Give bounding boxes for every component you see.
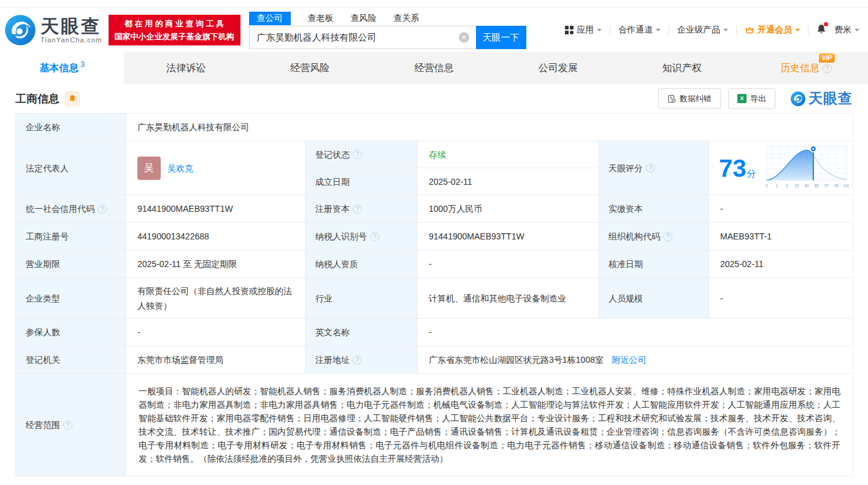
tab-business-info[interactable]: 经营信息 (372, 52, 496, 84)
nav-vip-membership[interactable]: 开通会员 (745, 25, 800, 36)
search-tab-risk[interactable]: 查风险 (351, 13, 377, 24)
notification-dot (824, 22, 828, 26)
reg-status-value: 存续 (418, 141, 599, 168)
company-name-value: 广东昊勤机器人科技有限公司 (126, 114, 853, 141)
divider (736, 26, 737, 34)
org-code-value: MAEB93TT-1 (709, 223, 853, 250)
tab-company-development[interactable]: 公司发展 (496, 52, 620, 84)
insured-count-value: - (126, 319, 305, 346)
taxpayer-id-value: 91441900MAEB93TT1W (418, 223, 599, 250)
help-icon[interactable] (353, 150, 362, 159)
top-nav: 应用 合作通道 企业级产品 开通会员 (565, 24, 859, 36)
table-row: 企业名称 广东昊勤机器人科技有限公司 (16, 114, 853, 141)
reg-number-value: 441900013422688 (126, 223, 305, 250)
svg-text:15: 15 (794, 183, 799, 187)
help-icon[interactable] (353, 204, 362, 214)
section-header: 工商信息 数据纠错 导出 天眼查 (0, 84, 868, 113)
legal-rep-link[interactable]: 吴欢克 (167, 161, 193, 175)
business-scope-label: 经营范围 (16, 374, 126, 476)
help-icon[interactable] (823, 64, 832, 73)
credit-code-label: 统一社会信用代码 (16, 195, 126, 223)
table-row: 营业期限 2025-02-11 至 无固定期限 纳税人资质 - 核准日期 202… (16, 250, 853, 278)
legal-rep-label: 法定代表人 (16, 141, 126, 195)
search-tab-boss[interactable]: 查老板 (308, 13, 334, 24)
reg-capital-value: 1000万人民币 (418, 195, 599, 223)
data-correction-button[interactable]: 数据纠错 (658, 88, 721, 109)
search-input[interactable] (249, 26, 476, 49)
tab-count-badge: 3 (80, 60, 85, 69)
paid-capital-value: - (709, 195, 853, 223)
insured-count-label: 参保人数 (16, 319, 126, 346)
site-logo[interactable]: 天眼查 TianYanCha.com (4, 14, 102, 47)
tianyancha-logo-icon (790, 91, 806, 107)
nearby-companies-link[interactable]: 附近公司 (612, 355, 647, 365)
tab-history-info[interactable]: VIP 历史信息 (744, 52, 868, 84)
table-row: 法定代表人 吴 吴欢克 登记状态 存续 天眼评分 73分 (16, 141, 853, 168)
clear-icon[interactable] (459, 33, 469, 43)
search-button[interactable]: 天眼一下 (476, 26, 526, 49)
logo-subtitle: TianYanCha.com (40, 36, 102, 44)
company-type-label: 企业类型 (16, 278, 126, 319)
reg-status-label: 登记状态 (305, 141, 418, 168)
help-icon[interactable] (63, 421, 72, 430)
nav-notifications[interactable] (816, 24, 826, 36)
reg-address-label: 注册地址 (305, 346, 418, 374)
tab-intellectual-property[interactable]: 知识产权 (620, 52, 744, 84)
business-info-table: 企业名称 广东昊勤机器人科技有限公司 法定代表人 吴 吴欢克 登记状态 存续 天… (15, 113, 853, 476)
help-icon[interactable] (646, 163, 655, 173)
score-label: 天眼评分 (599, 141, 709, 195)
staff-size-label: 人员规模 (599, 278, 709, 319)
help-icon[interactable] (98, 204, 107, 214)
reg-number-label: 工商注册号 (16, 223, 126, 250)
nav-enterprise-products[interactable]: 企业级产品 (677, 25, 728, 36)
header: 天眼查 TianYanCha.com 都 在 用 的 商 业 查 询 工 具 国… (0, 7, 868, 52)
score-distribution-chart: 0 1 3 15 50 85 97 99 100 (764, 144, 849, 193)
search-area: 查公司 查老板 查风险 查关系 天眼一下 (249, 10, 526, 49)
avatar[interactable]: 吴 (137, 157, 161, 180)
svg-text:99: 99 (834, 183, 839, 187)
reg-address-value: 广东省东莞市松山湖园区状元路3号1栋1008室 附近公司 (418, 346, 853, 374)
est-date-label: 成立日期 (305, 168, 418, 195)
reg-authority-value: 东莞市市场监督管理局 (126, 346, 305, 374)
nav-apps[interactable]: 应用 (565, 25, 602, 36)
promo-line-1: 都 在 用 的 商 业 查 询 工 具 (115, 17, 234, 30)
table-row: 登记机关 东莞市市场监督管理局 注册地址 广东省东莞市松山湖园区状元路3号1栋1… (16, 346, 853, 374)
divider (669, 26, 669, 34)
top-divider (0, 0, 868, 7)
score-axis-ticks: 0 1 3 15 50 85 97 99 100 (766, 183, 849, 187)
svg-text:1: 1 (775, 183, 778, 187)
username: 费米 (834, 25, 851, 36)
section-title: 工商信息 (15, 91, 60, 106)
document-edit-icon (667, 95, 676, 103)
vip-badge: VIP (819, 53, 835, 63)
tab-legal-proceedings[interactable]: 法律诉讼 (124, 52, 248, 84)
company-tab-bar: 基本信息 3 法律诉讼 经营风险 经营信息 公司发展 知识产权 VIP 历史信息 (0, 52, 868, 84)
monitor-bell-button[interactable] (65, 91, 80, 106)
english-name-label: 英文名称 (305, 319, 418, 346)
export-button[interactable]: 导出 (728, 88, 775, 109)
tab-basic-info[interactable]: 基本信息 3 (0, 52, 124, 84)
org-code-label: 组织机构代码 (599, 223, 709, 250)
logo-title: 天眼查 (40, 17, 102, 36)
nav-user[interactable]: 费米 (834, 25, 859, 36)
help-icon[interactable] (370, 232, 379, 241)
divider (610, 26, 610, 34)
chevron-down-icon (656, 29, 661, 34)
tab-operating-risk[interactable]: 经营风险 (248, 52, 372, 84)
table-row: 经营范围 一般项目：智能机器人的研发；智能机器人销售；服务消费机器人制造；服务消… (16, 374, 853, 476)
promo-line-2: 国家中小企业发展子基金旗下机构 (115, 30, 234, 43)
taxpayer-qual-value: - (418, 250, 599, 278)
help-icon[interactable] (663, 232, 672, 241)
search-tab-company[interactable]: 查公司 (249, 12, 291, 25)
grid-icon (565, 26, 574, 34)
search-tabs: 查公司 查老板 查风险 查关系 (249, 10, 526, 26)
staff-size-value: - (709, 278, 853, 319)
taxpayer-id-label: 纳税人识别号 (305, 223, 418, 250)
industry-value: 计算机、通信和其他电子设备制造业 (418, 278, 599, 319)
table-row: 参保人数 - 英文名称 - (16, 319, 853, 346)
chevron-down-icon (723, 29, 728, 34)
search-tab-relation[interactable]: 查关系 (394, 13, 420, 24)
svg-text:50: 50 (804, 183, 809, 187)
nav-cooperation[interactable]: 合作通道 (618, 25, 661, 36)
help-icon[interactable] (353, 355, 362, 365)
